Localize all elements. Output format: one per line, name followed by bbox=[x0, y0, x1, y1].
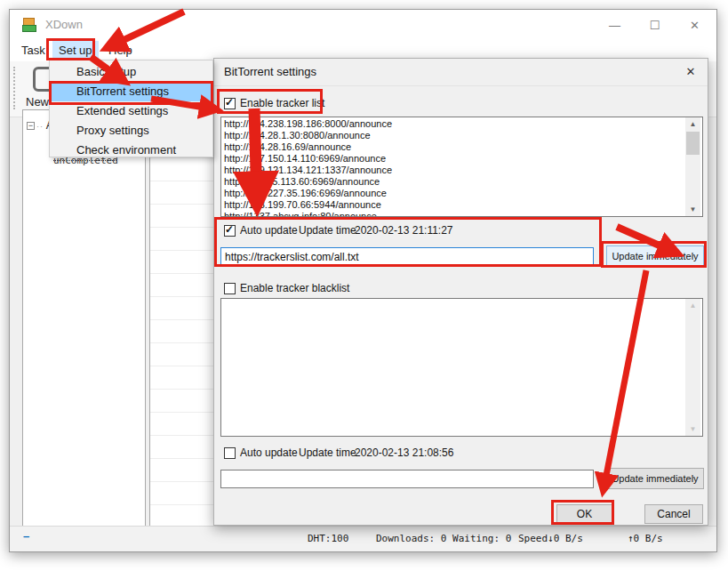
status-downloads: Downloads: 0 Waiting: 0 bbox=[376, 533, 511, 544]
tracker-url: http://109.121.134.121:1337/announce bbox=[224, 165, 684, 176]
tracker-url: http://114.55.113.60:6969/announce bbox=[224, 176, 684, 188]
setup-dropdown-menu: Basic setup BitTorrent settings Extended… bbox=[49, 60, 213, 157]
status-speed-up: ↑0 B/s bbox=[628, 533, 663, 544]
tracker-list-scrollbar[interactable]: ▲ ▼ bbox=[685, 117, 700, 216]
status-speed-down: Speed↓0 B/s bbox=[518, 533, 583, 544]
scroll-down-icon[interactable]: ▼ bbox=[685, 203, 700, 216]
scroll-up-icon[interactable]: ▲ bbox=[685, 117, 700, 131]
enable-tracker-list-label: Enable tracker list bbox=[240, 97, 324, 109]
menu-help[interactable]: Help bbox=[102, 41, 139, 61]
maximize-button[interactable]: ☐ bbox=[635, 10, 675, 41]
menuitem-bittorrent-settings[interactable]: BitTorrent settings bbox=[51, 82, 212, 101]
scroll-down-icon[interactable]: ▼ bbox=[685, 422, 700, 436]
check-icon: ✓ bbox=[225, 223, 234, 236]
statusbar: – DHT:100 Downloads: 0 Waiting: 0 Speed↓… bbox=[10, 526, 716, 551]
tracker-blacklist-textarea[interactable] bbox=[220, 298, 703, 437]
tracker-url-input[interactable] bbox=[220, 247, 594, 266]
tracker-update-time-label: Update time bbox=[299, 224, 356, 237]
menuitem-basic-setup[interactable]: Basic setup bbox=[51, 62, 212, 82]
scroll-thumb[interactable] bbox=[686, 132, 700, 155]
titlebar: XDown — ☐ ✕ bbox=[10, 10, 716, 41]
dialog-close-icon[interactable]: ✕ bbox=[681, 63, 700, 81]
tracker-url-list[interactable]: http://104.238.198.186:8000/announcehttp… bbox=[220, 117, 703, 217]
tracker-url: http://104.238.198.186:8000/announce bbox=[224, 118, 684, 130]
tree-connector: ·· bbox=[36, 122, 44, 131]
cancel-button[interactable]: Cancel bbox=[644, 504, 703, 524]
blacklist-update-time-label: Update time bbox=[299, 446, 356, 459]
tracker-url: http://104.28.16.69/announce bbox=[224, 141, 684, 153]
tracker-url: http://107.150.14.110:6969/announce bbox=[224, 153, 684, 165]
scroll-up-icon[interactable]: ▲ bbox=[685, 299, 700, 312]
dialog-title: BitTorrent settings bbox=[224, 65, 316, 78]
blacklist-auto-update-checkbox[interactable] bbox=[224, 447, 236, 459]
minimize-button[interactable]: — bbox=[595, 10, 635, 41]
app-logo-bottom bbox=[22, 25, 36, 32]
window-title: XDown bbox=[45, 18, 83, 31]
tracker-url: http://125.227.35.196:6969/announce bbox=[224, 188, 684, 199]
app-logo-icon bbox=[22, 18, 37, 33]
blacklist-scrollbar[interactable]: ▲ ▼ bbox=[685, 299, 700, 436]
new-task-button[interactable]: New bbox=[26, 95, 49, 109]
tracker-url: http://104.28.1.30:8080/announce bbox=[224, 130, 684, 141]
blacklist-auto-update-label: Auto update bbox=[240, 446, 298, 459]
enable-tracker-list-checkbox[interactable]: ✓ bbox=[224, 98, 236, 109]
check-icon: ✓ bbox=[225, 96, 234, 109]
tracker-url: http://1337.abcvg.info:80/announce bbox=[224, 211, 684, 217]
blacklist-url-input[interactable] bbox=[220, 470, 594, 488]
ok-button[interactable]: OK bbox=[556, 504, 612, 524]
menu-task[interactable]: Task bbox=[15, 41, 52, 61]
menu-setup[interactable]: Set up bbox=[52, 41, 99, 61]
tree-collapse-icon[interactable]: − bbox=[27, 122, 35, 130]
menuitem-check-environment[interactable]: Check environment bbox=[51, 141, 212, 160]
close-button[interactable]: ✕ bbox=[675, 10, 715, 41]
category-tree-panel: −·· A unCompleted bbox=[22, 109, 146, 527]
toolbar-gripper[interactable] bbox=[13, 67, 15, 109]
status-dht: DHT:100 bbox=[308, 533, 348, 544]
tracker-auto-update-label: Auto update bbox=[240, 224, 298, 237]
blacklist-update-immediately-button[interactable]: Update immediately bbox=[606, 468, 704, 489]
tracker-url: http://128.199.70.66:5944/announce bbox=[224, 199, 684, 211]
tracker-auto-update-checkbox[interactable]: ✓ bbox=[224, 225, 236, 237]
bittorrent-settings-dialog: BitTorrent settings ✕ ✓ Enable tracker l… bbox=[213, 58, 708, 526]
menuitem-extended-settings[interactable]: Extended settings bbox=[51, 101, 212, 121]
status-dash: – bbox=[23, 529, 29, 543]
tracker-update-time-value: 2020-02-13 21:11:27 bbox=[355, 224, 453, 237]
enable-tracker-blacklist-checkbox[interactable] bbox=[224, 283, 236, 294]
tracker-update-immediately-button[interactable]: Update immediately bbox=[606, 245, 704, 267]
enable-tracker-blacklist-label: Enable tracker blacklist bbox=[240, 282, 349, 294]
blacklist-update-time-value: 2020-02-13 21:08:56 bbox=[355, 446, 453, 459]
menuitem-proxy-settings[interactable]: Proxy settings bbox=[51, 121, 212, 141]
dialog-separator bbox=[214, 85, 708, 86]
